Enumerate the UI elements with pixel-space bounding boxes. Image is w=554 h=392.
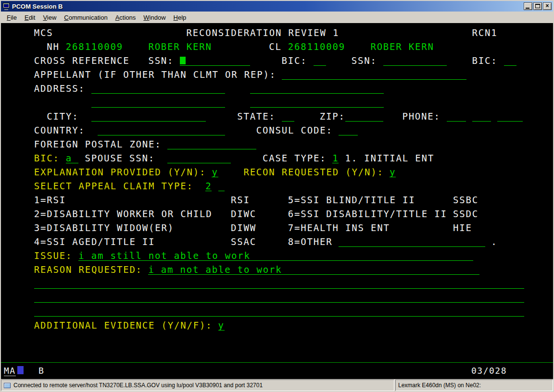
terminal-label: EXPLANATION PROVIDED (Y/N):: [34, 167, 206, 177]
maximize-icon: [535, 4, 540, 8]
menu-bar: File Edit View Communication Actions Win…: [1, 12, 553, 23]
oia-indicator-block: [17, 366, 24, 374]
terminal-field[interactable]: [339, 237, 485, 247]
close-button[interactable]: ×: [543, 2, 552, 10]
terminal-field[interactable]: [472, 111, 491, 122]
status-bar: Connected to remote server/host TN3270E.…: [1, 380, 553, 391]
terminal-field[interactable]: [345, 111, 383, 122]
app-icon[interactable]: [2, 3, 10, 10]
terminal-field[interactable]: 1: [332, 153, 339, 163]
terminal-label: CITY:: [47, 111, 78, 122]
terminal-field[interactable]: [504, 56, 516, 66]
terminal-field[interactable]: 2: [205, 181, 212, 191]
terminal-label: RSI: [231, 195, 250, 205]
terminal-label: BIC:: [472, 56, 498, 66]
terminal-field[interactable]: [91, 111, 206, 122]
terminal-label: CROSS REFERENCE: [34, 56, 130, 66]
terminal-label: CL: [269, 42, 281, 52]
terminal-field[interactable]: y: [390, 167, 396, 177]
terminal-field[interactable]: [383, 56, 447, 66]
terminal-label: COUNTRY:: [34, 125, 85, 135]
terminal-label: 7=HEALTH INS ENT: [288, 223, 390, 233]
maximize-button[interactable]: [533, 2, 542, 10]
connection-status: Connected to remote server/host TN3270E.…: [13, 382, 263, 389]
terminal-screen[interactable]: MA B 03/028 MCSRECONSIDERATION REVIEW 1R…: [1, 23, 553, 379]
terminal-label: 2=DISABILITY WORKER OR CHILD: [34, 209, 213, 219]
terminal-field[interactable]: [218, 181, 225, 191]
window-title: PCOM Session B: [12, 3, 63, 10]
terminal-field[interactable]: i am still not able to work: [78, 251, 473, 261]
terminal-field[interactable]: [339, 125, 358, 135]
oia-row: MA B 03/028: [1, 364, 553, 378]
terminal-label: DIWC: [231, 209, 256, 219]
window-controls: ×: [524, 2, 552, 10]
menu-item-actions[interactable]: Actions: [112, 12, 140, 23]
menu-item-help[interactable]: Help: [170, 12, 190, 23]
pcom-window: PCOM Session B × File Edit View Communic…: [0, 0, 554, 392]
terminal-field[interactable]: [98, 125, 225, 135]
terminal-label: 1=RSI: [34, 195, 66, 205]
terminal-label: .: [491, 237, 497, 247]
oia-cursor-position: 03/028: [471, 366, 507, 376]
terminal-field[interactable]: [282, 111, 294, 122]
terminal-label: SSN:: [352, 56, 377, 66]
terminal-field[interactable]: [180, 56, 250, 66]
terminal-label: DIWW: [231, 223, 256, 233]
terminal-label: STATE:: [237, 111, 275, 122]
printer-panel: Lexmark E460dn (MS) on Ne02:: [395, 380, 553, 391]
terminal-field[interactable]: [34, 279, 524, 289]
terminal-label: APPELLANT (IF OTHER THAN CLMT OR REP):: [34, 70, 276, 80]
terminal-field[interactable]: [34, 306, 524, 317]
terminal-label: SSDC: [453, 209, 478, 219]
terminal-label: MCS: [34, 28, 53, 38]
menu-item-file[interactable]: File: [3, 12, 21, 23]
terminal-label: SSBC: [453, 195, 478, 205]
terminal-label: BIC:: [34, 153, 60, 163]
terminal-field[interactable]: [34, 293, 524, 303]
terminal-label: ADDITIONAL EVIDENCE (Y/N/F):: [34, 320, 213, 331]
printer-status: Lexmark E460dn (MS) on Ne02:: [398, 382, 481, 389]
terminal-label: ZIP:: [320, 111, 345, 122]
terminal-label: REASON REQUESTED:: [34, 265, 142, 275]
minimize-icon: [526, 8, 529, 9]
menu-item-edit[interactable]: Edit: [21, 12, 39, 23]
terminal-label: ROBER KERN: [370, 42, 434, 52]
terminal-field[interactable]: [167, 139, 256, 149]
menu-item-view[interactable]: View: [39, 12, 60, 23]
app-icon-base: [4, 9, 8, 10]
terminal-label: RECON REQUESTED (Y/N):: [243, 167, 383, 177]
terminal-label: 4=SSI AGED/TITLE II: [34, 237, 155, 247]
connection-panel: Connected to remote server/host TN3270E.…: [1, 380, 394, 391]
terminal-label: ADDRESS:: [34, 84, 85, 94]
terminal-label: 1. INITIAL ENT: [345, 153, 434, 163]
terminal-field[interactable]: y: [212, 167, 218, 177]
terminal-cursor: [180, 57, 186, 64]
terminal-label: CONSUL CODE:: [256, 125, 333, 135]
terminal-field[interactable]: a: [66, 153, 78, 163]
terminal-label: RCN1: [472, 28, 498, 38]
terminal-field[interactable]: [282, 70, 466, 80]
terminal-label: 6=SSI DISABILITY/TITLE II: [288, 209, 447, 219]
terminal-field[interactable]: y: [218, 320, 225, 331]
terminal-field[interactable]: [167, 153, 231, 163]
terminal-label: PHONE:: [402, 111, 440, 122]
terminal-label: 268110009: [288, 42, 345, 52]
oia-separator: [1, 362, 553, 363]
app-icon-screen: [4, 4, 9, 7]
menu-item-window[interactable]: Window: [139, 12, 169, 23]
oia-status: MA: [4, 366, 16, 376]
terminal-field[interactable]: [314, 56, 326, 66]
terminal-field[interactable]: [250, 84, 384, 94]
terminal-field[interactable]: [250, 98, 384, 108]
minimize-button[interactable]: [524, 2, 532, 10]
terminal-label: SPOUSE SSN:: [85, 153, 155, 163]
terminal-field[interactable]: [91, 98, 225, 108]
terminal-field[interactable]: [91, 84, 225, 94]
menu-item-communication[interactable]: Communication: [60, 12, 111, 23]
terminal-field[interactable]: [497, 111, 523, 122]
terminal-field[interactable]: [447, 111, 466, 122]
terminal-label: ISSUE:: [34, 251, 72, 261]
terminal-label: CASE TYPE:: [263, 153, 326, 163]
terminal-label: 268110009: [66, 42, 123, 52]
terminal-field[interactable]: i am not able to work: [148, 265, 479, 275]
